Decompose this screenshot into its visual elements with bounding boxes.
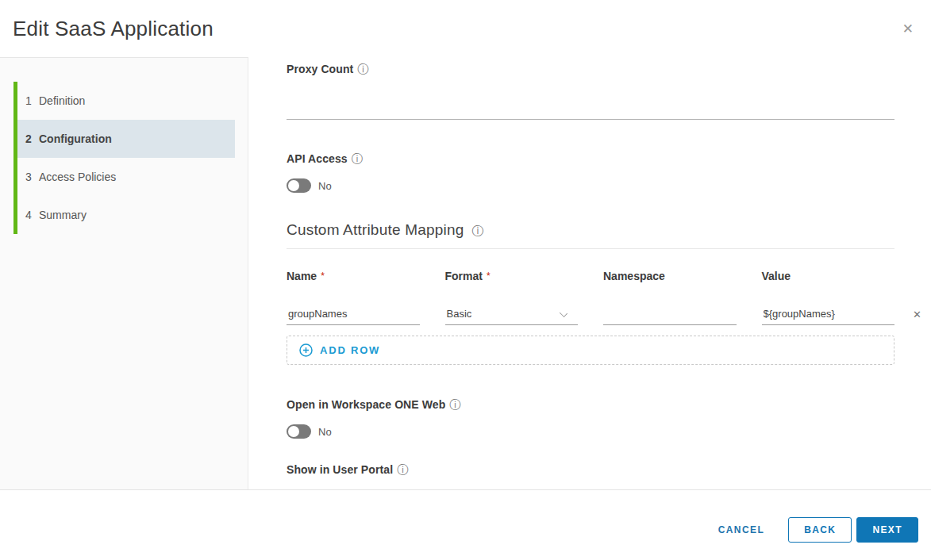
column-header-name: Name * xyxy=(287,270,420,282)
proxy-count-label: Proxy Count xyxy=(287,63,353,75)
user-portal-label: Show in User Portal xyxy=(287,463,393,476)
add-row-container: ADD ROW xyxy=(287,336,894,365)
api-access-state: No xyxy=(318,180,332,192)
required-marker: * xyxy=(321,270,325,282)
open-web-label: Open in Workspace ONE Web xyxy=(287,398,445,411)
user-portal-label-row: Show in User Portal ⓘ xyxy=(287,463,894,476)
cam-table-row: Basic ✕ xyxy=(287,306,894,325)
step-label: Access Policies xyxy=(39,171,116,183)
cam-title-row: Custom Attribute Mapping ⓘ xyxy=(287,221,894,239)
column-header-value: Value xyxy=(762,270,895,282)
attribute-namespace-input[interactable] xyxy=(603,306,737,325)
close-icon[interactable]: ✕ xyxy=(899,19,917,39)
add-row-label: ADD ROW xyxy=(320,344,380,356)
api-access-toggle[interactable] xyxy=(287,178,311,193)
custom-attribute-mapping-section: Custom Attribute Mapping ⓘ Name * Format… xyxy=(287,221,894,365)
step-number: 3 xyxy=(25,171,39,183)
modal-header: Edit SaaS Application ✕ xyxy=(0,0,931,57)
info-icon[interactable]: ⓘ xyxy=(357,63,368,75)
column-label: Value xyxy=(762,270,791,282)
column-label: Namespace xyxy=(603,270,665,282)
page-title: Edit SaaS Application xyxy=(13,17,214,41)
wizard-steps: 1 Definition 2 Configuration 3 Access Po… xyxy=(0,82,248,234)
toggle-knob xyxy=(288,426,299,437)
attribute-value-input[interactable] xyxy=(762,306,895,325)
edit-saas-application-modal: Edit SaaS Application ✕ 1 Definition 2 C… xyxy=(0,0,931,560)
add-row-button[interactable]: ADD ROW xyxy=(299,343,380,357)
toggle-knob xyxy=(288,180,299,191)
step-label: Summary xyxy=(39,209,87,221)
info-icon[interactable]: ⓘ xyxy=(352,153,363,164)
modal-footer: CANCEL BACK NEXT xyxy=(0,490,931,560)
info-icon[interactable]: ⓘ xyxy=(471,224,483,236)
open-web-toggle[interactable] xyxy=(287,424,311,439)
step-number: 1 xyxy=(25,94,39,107)
wizard-sidebar: 1 Definition 2 Configuration 3 Access Po… xyxy=(0,57,248,489)
open-web-toggle-row: No xyxy=(287,424,894,439)
api-access-field: API Access ⓘ No xyxy=(287,152,894,193)
back-button[interactable]: BACK xyxy=(788,517,852,543)
show-in-user-portal-field: Show in User Portal ⓘ Yes xyxy=(287,463,894,489)
attribute-name-input[interactable] xyxy=(287,306,420,325)
column-header-format: Format * xyxy=(445,270,579,282)
open-in-workspace-one-web-field: Open in Workspace ONE Web ⓘ No xyxy=(287,398,894,439)
step-number: 4 xyxy=(25,209,39,221)
step-configuration[interactable]: 2 Configuration xyxy=(17,120,235,158)
remove-row-icon[interactable]: ✕ xyxy=(911,308,923,321)
info-icon[interactable]: ⓘ xyxy=(449,399,460,410)
add-icon xyxy=(299,343,313,357)
selected-format-value: Basic xyxy=(445,306,579,322)
api-access-label: API Access xyxy=(287,152,348,165)
column-label: Format xyxy=(445,270,483,282)
next-button[interactable]: NEXT xyxy=(856,517,918,543)
attribute-format-select[interactable]: Basic xyxy=(445,306,579,325)
stepper-progress-bar xyxy=(13,82,17,234)
step-label: Definition xyxy=(39,94,85,107)
step-number: 2 xyxy=(25,132,39,145)
api-access-label-row: API Access ⓘ xyxy=(287,152,894,165)
configuration-form: Proxy Count ⓘ API Access ⓘ No xyxy=(249,57,931,489)
step-definition[interactable]: 1 Definition xyxy=(17,82,235,120)
open-web-label-row: Open in Workspace ONE Web ⓘ xyxy=(287,398,894,411)
cam-divider xyxy=(287,248,894,249)
proxy-count-field: Proxy Count ⓘ xyxy=(287,63,894,120)
cancel-button[interactable]: CANCEL xyxy=(709,517,774,543)
column-header-namespace: Namespace xyxy=(603,270,737,282)
info-icon[interactable]: ⓘ xyxy=(397,464,408,475)
required-marker: * xyxy=(487,270,491,282)
open-web-state: No xyxy=(318,426,332,438)
step-summary[interactable]: 4 Summary xyxy=(17,196,235,234)
cam-section-title: Custom Attribute Mapping xyxy=(287,221,464,239)
step-access-policies[interactable]: 3 Access Policies xyxy=(17,158,235,196)
proxy-count-label-row: Proxy Count ⓘ xyxy=(287,63,894,75)
proxy-count-input[interactable] xyxy=(287,104,894,120)
cam-column-headers: Name * Format * Namespace Value xyxy=(287,270,894,282)
column-label: Name xyxy=(287,270,317,282)
step-label: Configuration xyxy=(39,132,112,145)
api-access-toggle-row: No xyxy=(287,178,894,193)
modal-body: 1 Definition 2 Configuration 3 Access Po… xyxy=(0,57,931,490)
